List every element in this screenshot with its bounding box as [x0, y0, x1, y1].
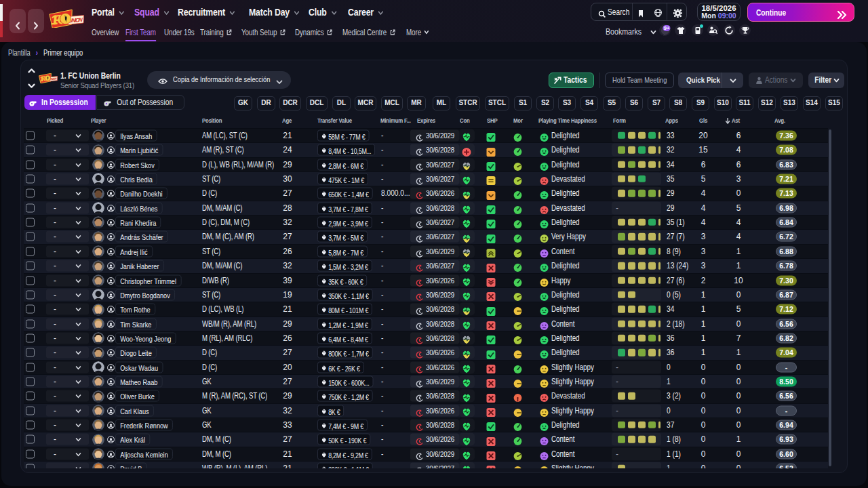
svg-text:9+: 9+: [664, 25, 670, 31]
